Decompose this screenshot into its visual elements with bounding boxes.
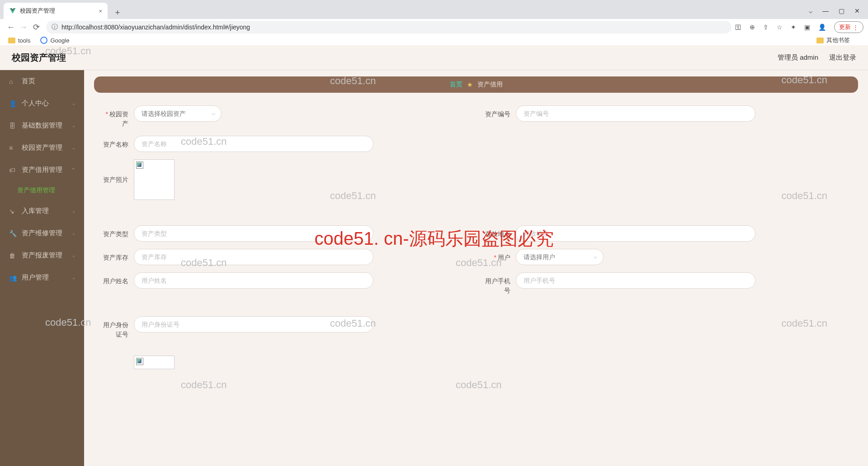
bookmarks-bar: tools Google 其他书签 — [0, 35, 868, 45]
chevron-down-icon: ⌵ — [72, 209, 75, 214]
input-asset-no[interactable] — [516, 105, 755, 122]
tab-bar: 校园资产管理 × + ⌵ — ▢ ✕ — [0, 0, 868, 19]
google-icon — [40, 37, 47, 44]
label-asset-type: 资产类型 — [99, 225, 134, 239]
home-icon: ⌂ — [9, 78, 17, 85]
tag-icon: 🏷 — [9, 166, 17, 174]
minimize-icon[interactable]: — — [822, 7, 829, 14]
bookmark-google[interactable]: Google — [40, 37, 69, 44]
input-user-idcard[interactable] — [134, 316, 373, 333]
trash-icon: 🗑 — [9, 252, 17, 259]
site-info-icon[interactable]: ⓘ — [52, 23, 58, 31]
url-bar: ← → ⟳ ⓘ http://localhost:8080/xiaoyuanzi… — [0, 19, 868, 35]
bookmark-other[interactable]: 其他书签 — [816, 36, 850, 44]
sidebar-item-home[interactable]: ⌂首页 — [0, 70, 84, 92]
input-user-phone[interactable] — [516, 272, 755, 289]
star-icon[interactable]: ☆ — [777, 24, 783, 31]
label-asset-no: 资产编号 — [481, 105, 516, 119]
input-asset-type[interactable] — [134, 225, 373, 242]
breadcrumb-current: 资产借用 — [477, 81, 503, 89]
input-asset-name[interactable] — [134, 136, 373, 152]
app-header: 校园资产管理 管理员 admin 退出登录 — [0, 45, 868, 70]
label-campus-asset: *校园资产 — [99, 105, 134, 128]
asset-photo-upload[interactable] — [134, 159, 175, 200]
app-title: 校园资产管理 — [12, 52, 66, 64]
label-asset-stock: 资产库存 — [99, 249, 134, 262]
back-button[interactable]: ← — [5, 23, 17, 32]
label-asset-name: 资产名称 — [99, 136, 134, 149]
new-tab-button[interactable]: + — [111, 6, 124, 19]
sidebar-item-user[interactable]: 👥用户管理⌵ — [0, 266, 84, 289]
profile-icon[interactable]: 👤 — [818, 24, 826, 31]
list-icon: ≡ — [9, 144, 17, 152]
label-user-phone: 用户手机号 — [481, 272, 516, 295]
label-asset-photo: 资产照片 — [99, 159, 134, 185]
label-store-loc: 存放地点 — [481, 225, 516, 239]
wrench-icon: 🔧 — [9, 230, 17, 237]
breadcrumb-home[interactable]: 首页 — [450, 81, 462, 89]
tab-title: 校园资产管理 — [20, 7, 55, 15]
sidebar-item-inbound[interactable]: ↘入库管理⌵ — [0, 200, 84, 222]
chevron-down-icon: ⌵ — [72, 101, 75, 106]
second-photo-upload[interactable] — [134, 356, 175, 369]
bookmark-tools[interactable]: tools — [8, 37, 30, 44]
maximize-icon[interactable]: ▢ — [839, 7, 844, 14]
inbox-icon: ↘ — [9, 208, 17, 215]
sidebar-sub-borrow-manage[interactable]: 资产借用管理 — [0, 181, 84, 200]
user-icon: 👤 — [9, 100, 17, 107]
sidebar-item-asset[interactable]: ≡校园资产管理⌵ — [0, 137, 84, 159]
share-icon[interactable]: ⇪ — [763, 24, 769, 31]
sidebar-item-repair[interactable]: 🔧资产维修管理⌵ — [0, 222, 84, 244]
chevron-down-icon: ⌵ — [72, 145, 75, 150]
browser-chrome: 校园资产管理 × + ⌵ — ▢ ✕ ← → ⟳ ⓘ http://localh… — [0, 0, 868, 45]
user-label[interactable]: 管理员 admin — [778, 53, 818, 62]
key-icon[interactable]: ⚿ — [735, 24, 741, 31]
reload-button[interactable]: ⟳ — [30, 22, 42, 32]
address-bar[interactable]: ⓘ http://localhost:8080/xiaoyuanzichan/a… — [46, 21, 731, 33]
extensions-icon[interactable]: ✦ — [791, 24, 796, 31]
input-asset-stock[interactable] — [134, 249, 373, 265]
update-button[interactable]: 更新 ⋮ — [834, 21, 863, 33]
forward-button[interactable]: → — [17, 23, 30, 32]
tab-close-icon[interactable]: × — [99, 8, 102, 14]
dropdown-icon[interactable]: ⌵ — [809, 7, 812, 14]
close-window-icon[interactable]: ✕ — [854, 7, 860, 14]
folder-icon — [816, 38, 824, 43]
select-campus-asset[interactable] — [134, 105, 222, 122]
users-icon: 👥 — [9, 274, 17, 281]
star-icon: ★ — [467, 81, 473, 88]
panel-icon[interactable]: ▣ — [804, 24, 810, 31]
label-user: *用户 — [481, 249, 516, 262]
input-user-name[interactable] — [134, 272, 373, 289]
logout-link[interactable]: 退出登录 — [829, 53, 856, 62]
sidebar-item-profile[interactable]: 👤个人中心⌵ — [0, 92, 84, 114]
sidebar-item-scrap[interactable]: 🗑资产报废管理⌵ — [0, 244, 84, 266]
chevron-down-icon: ⌵ — [72, 275, 75, 280]
vue-favicon-icon — [9, 7, 16, 14]
chevron-up-icon: ⌃ — [71, 167, 75, 172]
chevron-down-icon: ⌵ — [72, 231, 75, 236]
svg-point-0 — [41, 37, 47, 43]
url-text: http://localhost:8080/xiaoyuanzichan/adm… — [61, 24, 250, 31]
folder-icon — [8, 38, 15, 43]
chevron-down-icon: ⌵ — [72, 253, 75, 258]
input-store-loc[interactable] — [516, 225, 755, 242]
sidebar-item-borrow[interactable]: 🏷资产借用管理⌃ — [0, 159, 84, 181]
zoom-icon[interactable]: ⊕ — [750, 24, 755, 31]
select-user[interactable] — [516, 249, 604, 265]
breadcrumb: 首页 ★ 资产借用 — [94, 76, 858, 93]
database-icon: 🗄 — [9, 122, 17, 129]
chevron-down-icon: ⌵ — [72, 123, 75, 128]
window-controls: ⌵ — ▢ ✕ — [809, 3, 868, 19]
asset-borrow-form: *校园资产 资产编号 资产名称 资产照片 资产类型 — [94, 102, 858, 373]
main-content: 首页 ★ 资产借用 *校园资产 资产编号 资产名称 资产照片 — [84, 70, 868, 466]
sidebar-item-basedata[interactable]: 🗄基础数据管理⌵ — [0, 114, 84, 137]
sidebar: ⌂首页 👤个人中心⌵ 🗄基础数据管理⌵ ≡校园资产管理⌵ 🏷资产借用管理⌃ 资产… — [0, 70, 84, 466]
label-user-idcard: 用户身份证号 — [99, 316, 134, 339]
browser-tab[interactable]: 校园资产管理 × — [4, 3, 108, 19]
label-user-name: 用户姓名 — [99, 272, 134, 286]
